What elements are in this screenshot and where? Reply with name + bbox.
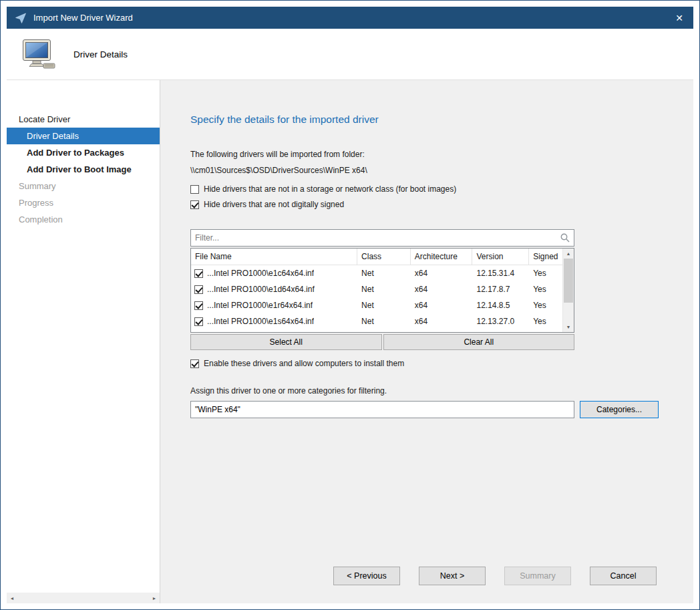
select-all-button[interactable]: Select All: [190, 334, 382, 350]
wizard-steps-sidebar: Locate Driver Driver Details Add Driver …: [7, 80, 160, 603]
version-cell: 12.14.8.5: [472, 301, 529, 310]
scroll-down-icon[interactable]: [563, 322, 574, 332]
page-title: Specify the details for the imported dri…: [190, 114, 693, 126]
signed-cell: Yes: [529, 285, 562, 294]
cancel-button[interactable]: Cancel: [590, 567, 657, 585]
assign-category-label: Assign this driver to one or more catego…: [190, 386, 693, 396]
file-name-cell: ...Intel PRO1000\e1c64x64.inf: [207, 269, 314, 278]
titlebar: Import New Driver Wizard: [7, 7, 693, 29]
checkbox-label: Hide drivers that are not digitally sign…: [204, 200, 344, 209]
scrollbar-track[interactable]: [17, 593, 149, 603]
file-name-cell: ...Intel PRO1000\e1d64x64.inf: [207, 285, 315, 294]
step-progress: Progress: [7, 194, 160, 211]
checkbox-box[interactable]: [190, 185, 199, 194]
row-checkbox[interactable]: [194, 301, 203, 310]
category-row: Categories...: [190, 401, 693, 418]
categories-button[interactable]: Categories...: [580, 401, 659, 418]
summary-button: Summary: [504, 567, 571, 585]
checkbox-box[interactable]: [190, 200, 199, 209]
scrollbar-track[interactable]: [563, 303, 574, 322]
search-icon: [560, 233, 570, 243]
column-file-name[interactable]: File Name: [191, 249, 357, 265]
row-checkbox[interactable]: [194, 269, 203, 278]
step-driver-details[interactable]: Driver Details: [7, 128, 160, 144]
close-button[interactable]: [668, 7, 691, 29]
selection-buttons: Select All Clear All: [190, 334, 574, 350]
page-header: Driver Details: [7, 29, 693, 80]
category-input[interactable]: [190, 401, 574, 418]
signed-cell: Yes: [529, 317, 562, 326]
filter-box: [190, 229, 574, 247]
scroll-right-icon[interactable]: [149, 593, 160, 603]
version-cell: 12.15.31.4: [472, 269, 529, 278]
class-cell: Net: [357, 317, 411, 326]
wizard-footer: < Previous Next > Summary Cancel: [190, 567, 693, 603]
class-cell: Net: [357, 301, 411, 310]
wizard-icon: [15, 12, 27, 24]
checkbox-label: Hide drivers that are not in a storage o…: [204, 184, 456, 194]
previous-button[interactable]: < Previous: [333, 567, 400, 585]
import-driver-wizard-window: Import New Driver Wizard: [0, 0, 700, 610]
computer-icon: [21, 39, 56, 69]
table-vertical-scrollbar[interactable]: [562, 249, 574, 332]
column-version[interactable]: Version: [472, 249, 529, 265]
next-button[interactable]: Next >: [419, 567, 486, 585]
scrollbar-thumb[interactable]: [564, 259, 573, 303]
hide-unsigned-checkbox[interactable]: Hide drivers that are not digitally sign…: [190, 200, 693, 209]
table-body: ...Intel PRO1000\e1c64x64.inf Net x64 12…: [191, 265, 574, 332]
wizard-page-content: Specify the details for the imported dri…: [160, 80, 693, 603]
window-title: Import New Driver Wizard: [33, 13, 133, 23]
column-signed[interactable]: Signed: [529, 249, 562, 265]
signed-cell: Yes: [529, 269, 562, 278]
table-row[interactable]: ...Intel PRO1000\e1d64x64.inf Net x64 12…: [191, 281, 574, 297]
row-checkbox[interactable]: [194, 285, 203, 294]
scroll-up-icon[interactable]: [563, 249, 574, 259]
step-completion: Completion: [7, 211, 160, 228]
step-locate-driver[interactable]: Locate Driver: [7, 111, 160, 128]
clear-all-button[interactable]: Clear All: [383, 334, 575, 350]
column-class[interactable]: Class: [357, 249, 411, 265]
filter-input[interactable]: [190, 229, 574, 247]
sidebar-horizontal-scrollbar[interactable]: [7, 593, 160, 603]
version-cell: 12.17.8.7: [472, 285, 529, 294]
table-row[interactable]: ...Intel PRO1000\e1r64x64.inf Net x64 12…: [191, 297, 574, 313]
step-add-driver-to-boot-image[interactable]: Add Driver to Boot Image: [7, 161, 160, 178]
folder-path: \\cm01\Sources$\OSD\DriverSources\WinPE …: [190, 166, 693, 175]
column-architecture[interactable]: Architecture: [411, 249, 473, 265]
file-name-cell: ...Intel PRO1000\e1s64x64.inf: [207, 317, 314, 326]
row-checkbox[interactable]: [194, 317, 203, 326]
intro-text: The following drivers will be imported f…: [190, 150, 693, 159]
table-row[interactable]: ...Intel PRO1000\e1s64x64.inf Net x64 12…: [191, 313, 574, 329]
class-cell: Net: [357, 269, 411, 278]
step-add-driver-to-packages[interactable]: Add Driver to Packages: [7, 144, 160, 161]
step-summary: Summary: [7, 178, 160, 194]
table-row[interactable]: ...Intel PRO1000\e1c64x64.inf Net x64 12…: [191, 265, 574, 281]
signed-cell: Yes: [529, 301, 562, 310]
checkbox-label: Enable these drivers and allow computers…: [204, 359, 404, 368]
checkbox-box[interactable]: [190, 359, 199, 368]
architecture-cell: x64: [411, 301, 473, 310]
version-cell: 12.13.27.0: [472, 317, 529, 326]
header-title: Driver Details: [73, 49, 128, 59]
class-cell: Net: [357, 285, 411, 294]
scroll-left-icon[interactable]: [7, 593, 17, 603]
architecture-cell: x64: [411, 285, 473, 294]
architecture-cell: x64: [411, 269, 473, 278]
driver-table: File Name Class Architecture Version Sig…: [190, 248, 574, 333]
architecture-cell: x64: [411, 317, 473, 326]
hide-storage-checkbox[interactable]: Hide drivers that are not in a storage o…: [190, 184, 693, 194]
file-name-cell: ...Intel PRO1000\e1r64x64.inf: [207, 301, 313, 310]
table-header: File Name Class Architecture Version Sig…: [191, 249, 574, 265]
enable-drivers-checkbox[interactable]: Enable these drivers and allow computers…: [190, 359, 693, 368]
